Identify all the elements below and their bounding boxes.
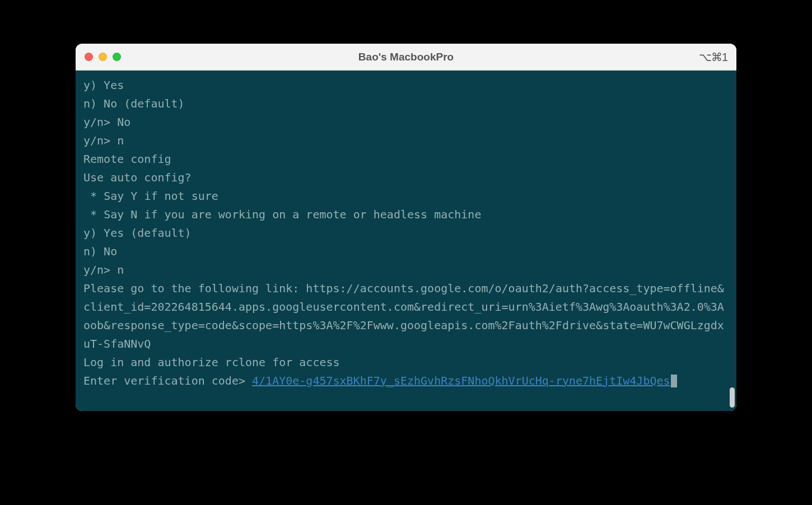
terminal-line: Log in and authorize rclone for access: [83, 353, 729, 372]
terminal-body[interactable]: y) Yes n) No (default) y/n> No y/n> n Re…: [76, 71, 736, 411]
oauth-url-line: Please go to the following link: https:/…: [83, 279, 729, 353]
terminal-line: Use auto config?: [83, 169, 729, 187]
traffic-lights: [85, 53, 121, 61]
minimize-button[interactable]: [99, 53, 107, 61]
window-shortcut-indicator: ⌥⌘1: [699, 50, 727, 64]
terminal-line: * Say N if you are working on a remote o…: [83, 205, 729, 224]
window-title: Bao's MacbookPro: [358, 51, 454, 63]
terminal-line: * Say Y if not sure: [83, 187, 729, 205]
scrollbar-thumb[interactable]: [730, 387, 735, 408]
oauth-prefix: Please go to the following link:: [83, 282, 306, 295]
terminal-line: y/n> No: [83, 113, 729, 132]
verification-prompt: Enter verification code>: [83, 374, 252, 387]
titlebar: Bao's MacbookPro ⌥⌘1: [76, 44, 736, 71]
terminal-line: y) Yes: [83, 76, 729, 95]
terminal-line: y/n> n: [83, 132, 729, 150]
terminal-line: y) Yes (default): [83, 224, 729, 242]
close-button[interactable]: [85, 53, 93, 61]
cursor: [671, 375, 677, 387]
maximize-button[interactable]: [113, 53, 121, 61]
terminal-line: n) No: [83, 242, 729, 261]
verification-prompt-line: Enter verification code> 4/1AY0e-g457sxB…: [83, 372, 729, 390]
terminal-line: Remote config: [83, 150, 729, 169]
terminal-line: y/n> n: [83, 261, 729, 279]
terminal-line: n) No (default): [83, 95, 729, 113]
verification-code-link[interactable]: 4/1AY0e-g457sxBKhF7y_sEzhGvhRzsFNhoQkhVr…: [252, 374, 670, 387]
terminal-window: Bao's MacbookPro ⌥⌘1 y) Yes n) No (defau…: [76, 44, 736, 411]
